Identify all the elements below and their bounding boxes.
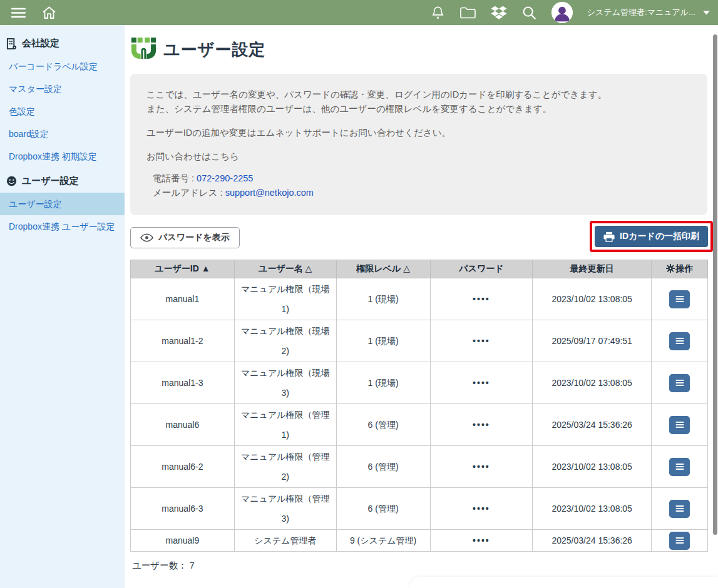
table-header-row: ユーザーID ▲ユーザー名 △権限レベル △パスワード最終更新日操作 bbox=[131, 260, 708, 278]
cell-user-id: manual6-3 bbox=[131, 488, 235, 530]
sidebar-section-company: 会社設定 bbox=[0, 30, 125, 55]
user-menu[interactable]: システム管理者:マニュアル... bbox=[587, 7, 710, 18]
smiley-icon bbox=[6, 176, 17, 186]
top-bar: システム管理者:マニュアル... bbox=[0, 0, 718, 25]
cell-user-name: マニュアル権限（管理3) bbox=[234, 488, 336, 530]
info-line-1: ここでは、ユーザー名の変更や、パスワードの確認・変更、ログイン用のIDカードを印… bbox=[146, 88, 691, 102]
column-header-user-name[interactable]: ユーザー名 △ bbox=[234, 260, 336, 278]
show-password-label: パスワードを表示 bbox=[158, 232, 230, 243]
cell-user-name: マニュアル権限（管理1) bbox=[234, 404, 336, 446]
folder-icon[interactable] bbox=[459, 6, 476, 19]
corner-overlay bbox=[410, 577, 718, 588]
cell-user-id: manual1-3 bbox=[131, 362, 235, 404]
cell-action bbox=[652, 488, 708, 530]
hamburger-menu-icon[interactable] bbox=[11, 7, 26, 19]
chevron-down-icon bbox=[703, 11, 710, 15]
cell-action bbox=[652, 530, 708, 552]
row-menu-button[interactable] bbox=[669, 458, 690, 476]
cell-user-id: manual1-2 bbox=[131, 320, 235, 362]
scrollbar-thumb[interactable] bbox=[713, 34, 717, 535]
table-row: manual1-3マニュアル権限（現場3)1 (現場)••••2023/10/0… bbox=[131, 362, 708, 404]
cell-password: •••• bbox=[430, 530, 533, 552]
sidebar-item[interactable]: Dropbox連携 初期設定 bbox=[0, 145, 125, 168]
cell-action bbox=[652, 320, 708, 362]
phone-label: 電話番号 : bbox=[153, 173, 194, 183]
print-id-cards-button[interactable]: IDカードの一括印刷 bbox=[595, 226, 708, 247]
info-line-3: ユーザーIDの追加や変更はエムネットサポートにお問い合わせください。 bbox=[146, 126, 691, 140]
row-menu-icon bbox=[675, 379, 684, 387]
cell-action bbox=[652, 362, 708, 404]
cell-updated: 2025/03/24 15:36:26 bbox=[533, 404, 652, 446]
cell-user-name: マニュアル権限（現場3) bbox=[234, 362, 336, 404]
email-link[interactable]: support@netkojo.com bbox=[225, 188, 314, 198]
table-row: manual6マニュアル権限（管理1)6 (管理)••••2025/03/24 … bbox=[131, 404, 708, 446]
row-menu-button[interactable] bbox=[669, 332, 690, 350]
sidebar-item[interactable]: ユーザー設定 bbox=[0, 193, 125, 215]
cell-password: •••• bbox=[430, 404, 533, 446]
main-content: ユーザー設定 ここでは、ユーザー名の変更や、パスワードの確認・変更、ログイン用の… bbox=[125, 25, 718, 588]
user-count-label: ユーザー数： bbox=[132, 560, 187, 570]
cell-user-id: manual1 bbox=[131, 278, 235, 320]
row-menu-icon bbox=[675, 337, 684, 345]
show-password-button[interactable]: パスワードを表示 bbox=[130, 227, 240, 248]
cell-level: 1 (現場) bbox=[336, 320, 430, 362]
email-label: メールアドレス : bbox=[153, 188, 223, 198]
sidebar-item[interactable]: バーコードラベル設定 bbox=[0, 55, 125, 78]
table-row: manual6-3マニュアル権限（管理3)6 (管理)••••2023/10/0… bbox=[131, 488, 708, 530]
sidebar-item[interactable]: board設定 bbox=[0, 123, 125, 145]
eye-icon bbox=[140, 233, 153, 242]
user-count: ユーザー数： 7 bbox=[132, 560, 708, 572]
dropbox-icon[interactable] bbox=[491, 6, 507, 20]
row-menu-button[interactable] bbox=[669, 532, 690, 550]
sidebar-section-user: ユーザー設定 bbox=[0, 168, 125, 193]
cell-level: 6 (管理) bbox=[336, 488, 430, 530]
info-box: ここでは、ユーザー名の変更や、パスワードの確認・変更、ログイン用のIDカードを印… bbox=[130, 74, 707, 215]
row-menu-icon bbox=[675, 295, 684, 303]
column-header-user-id[interactable]: ユーザーID ▲ bbox=[131, 260, 235, 278]
table-row: manual6-2マニュアル権限（管理2)6 (管理)••••2023/10/0… bbox=[131, 446, 708, 488]
home-icon[interactable] bbox=[41, 5, 57, 20]
building-gear-icon bbox=[6, 38, 17, 49]
row-menu-button[interactable] bbox=[669, 374, 690, 392]
sidebar-section-label: ユーザー設定 bbox=[22, 175, 79, 187]
sidebar-item[interactable]: マスター設定 bbox=[0, 78, 125, 100]
sidebar-section-label: 会社設定 bbox=[22, 38, 59, 49]
user-avatar[interactable] bbox=[551, 2, 573, 23]
sidebar: 会社設定バーコードラベル設定マスター設定色設定board設定Dropbox連携 … bbox=[0, 25, 125, 588]
highlight-annotation: IDカードの一括印刷 bbox=[590, 221, 713, 252]
column-header-password: パスワード bbox=[430, 260, 533, 278]
cell-updated: 2025/09/17 07:49:51 bbox=[533, 320, 652, 362]
row-menu-button[interactable] bbox=[669, 290, 690, 308]
cell-user-name: システム管理者 bbox=[234, 530, 336, 552]
print-id-cards-label: IDカードの一括印刷 bbox=[620, 231, 699, 242]
row-menu-icon bbox=[675, 463, 684, 470]
sidebar-item[interactable]: 色設定 bbox=[0, 100, 125, 123]
app-logo bbox=[131, 37, 156, 62]
row-menu-button[interactable] bbox=[669, 500, 690, 518]
gear-icon bbox=[666, 264, 675, 273]
row-menu-button[interactable] bbox=[669, 416, 690, 434]
search-icon[interactable] bbox=[521, 5, 537, 21]
cell-user-id: manual6-2 bbox=[131, 446, 235, 488]
row-menu-icon bbox=[675, 421, 684, 428]
cell-level: 1 (現場) bbox=[336, 362, 430, 404]
phone-link[interactable]: 072-290-2255 bbox=[197, 173, 253, 183]
page-title: ユーザー設定 bbox=[163, 39, 265, 61]
cell-password: •••• bbox=[430, 488, 533, 530]
cell-level: 6 (管理) bbox=[336, 446, 430, 488]
table-row: manual1マニュアル権限（現場1)1 (現場)••••2023/10/02 … bbox=[131, 278, 708, 320]
cell-level: 6 (管理) bbox=[336, 404, 430, 446]
column-header-level[interactable]: 権限レベル △ bbox=[336, 260, 430, 278]
notification-bell-icon[interactable] bbox=[431, 5, 445, 20]
sidebar-item[interactable]: Dropbox連携 ユーザー設定 bbox=[0, 215, 125, 238]
user-count-value: 7 bbox=[190, 560, 195, 570]
cell-password: •••• bbox=[430, 446, 533, 488]
cell-action bbox=[652, 446, 708, 488]
column-header-action: 操作 bbox=[652, 260, 708, 278]
cell-user-name: マニュアル権限（現場1) bbox=[234, 278, 336, 320]
cell-level: 1 (現場) bbox=[336, 278, 430, 320]
users-table: ユーザーID ▲ユーザー名 △権限レベル △パスワード最終更新日操作 manua… bbox=[130, 260, 708, 552]
cell-level: 9 (システム管理) bbox=[336, 530, 430, 552]
cell-user-name: マニュアル権限（現場2) bbox=[234, 320, 336, 362]
cell-updated: 2023/10/02 13:08:05 bbox=[533, 278, 652, 320]
